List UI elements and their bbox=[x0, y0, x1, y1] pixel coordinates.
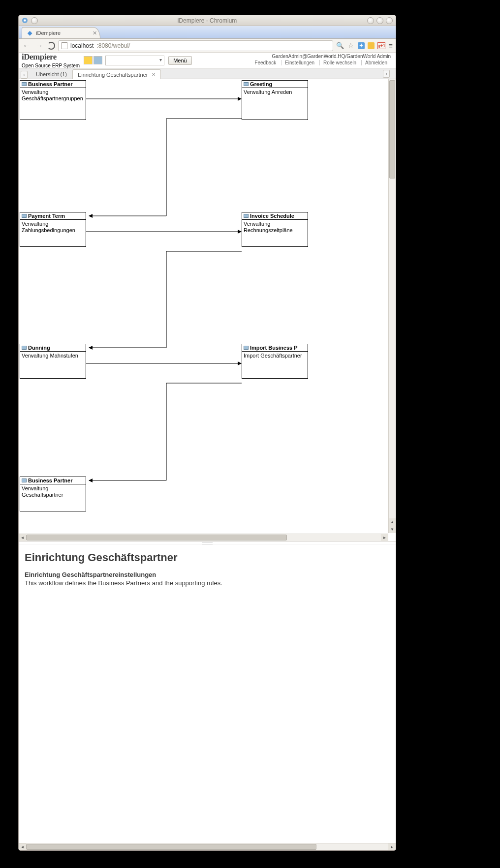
window-titlebar: iDempiere - Chromium bbox=[19, 15, 396, 26]
tab-current[interactable]: Einrichtung Geschäftspartner ✕ bbox=[72, 69, 161, 79]
node-title: Import Business P bbox=[250, 345, 298, 351]
browser-tabstrip: ◆ iDempiere ✕ bbox=[19, 26, 396, 39]
bookmark-star-icon[interactable]: ☆ bbox=[347, 42, 355, 50]
diagram-vertical-scrollbar[interactable]: ▲ ▼ bbox=[388, 79, 396, 533]
window-icon bbox=[244, 82, 249, 86]
extension-icon[interactable]: ✦ bbox=[358, 42, 365, 49]
back-button[interactable]: ← bbox=[22, 41, 31, 50]
forward-button[interactable]: → bbox=[34, 41, 44, 50]
app-header: iDempiere Open Source ERP System Menü Ga… bbox=[19, 53, 396, 68]
zoom-icon[interactable]: 🔍 bbox=[336, 42, 344, 50]
toolbar-icons bbox=[84, 56, 102, 64]
scroll-left-icon[interactable]: ◄ bbox=[19, 534, 26, 541]
app-logo: iDempiere Open Source ERP System bbox=[22, 52, 80, 69]
address-bar[interactable]: localhost:8080/webui/ bbox=[58, 40, 333, 51]
node-title: Invoice Schedule bbox=[250, 213, 294, 219]
switch-role-link[interactable]: Rolle wechseln bbox=[319, 60, 360, 65]
node-desc: Verwaltung Rechnungszeitpläne bbox=[242, 220, 308, 246]
node-desc: Verwaltung Zahlungsbedingungen bbox=[20, 220, 86, 246]
node-import-business-partner[interactable]: Import Business P Import Geschäftspartne… bbox=[242, 344, 308, 379]
node-title: Business Partner bbox=[28, 81, 72, 87]
scroll-right-icon[interactable]: ► bbox=[388, 843, 396, 850]
scroll-up-icon[interactable]: ▲ bbox=[389, 518, 396, 526]
url-path: :8080/webui/ bbox=[96, 42, 130, 49]
window-title: iDempiere - Chromium bbox=[19, 17, 396, 24]
detail-heading: Einrichtung Geschäftspartner bbox=[25, 551, 390, 564]
favicon-icon: ◆ bbox=[26, 30, 33, 36]
node-business-partner-group[interactable]: Business Partner Verwaltung Geschäftspar… bbox=[20, 80, 86, 120]
expand-right-icon[interactable]: ‹ bbox=[383, 70, 390, 78]
gplus-extension-icon[interactable]: g+1 bbox=[377, 42, 385, 49]
workflow-diagram: Business Partner Verwaltung Geschäftspar… bbox=[19, 79, 396, 541]
tab-close-icon[interactable]: ✕ bbox=[152, 72, 156, 77]
node-desc: Verwaltung Geschäftspartnergruppen bbox=[20, 88, 86, 120]
scrollbar-thumb[interactable] bbox=[389, 80, 395, 179]
window-icon bbox=[22, 214, 27, 218]
browser-menu-icon[interactable]: ≡ bbox=[388, 41, 393, 50]
page-icon bbox=[62, 42, 67, 49]
tab-current-label: Einrichtung Geschäftspartner bbox=[78, 72, 148, 78]
url-host: localhost bbox=[70, 42, 94, 49]
diagram-canvas[interactable]: Business Partner Verwaltung Geschäftspar… bbox=[19, 79, 378, 532]
feedback-link[interactable]: Feedback bbox=[251, 60, 280, 65]
tab-overview[interactable]: Übersicht (1) bbox=[31, 69, 72, 79]
logout-link[interactable]: Abmelden bbox=[361, 60, 391, 65]
global-search-combo[interactable] bbox=[105, 56, 164, 65]
browser-toolbar: ← → localhost:8080/webui/ 🔍 ☆ ✦ g+1 ≡ bbox=[19, 39, 396, 53]
node-title: Business Partner bbox=[28, 478, 72, 483]
node-title: Dunning bbox=[28, 345, 50, 351]
diagram-horizontal-scrollbar[interactable]: ◄ ► bbox=[19, 534, 388, 541]
tab-close-icon[interactable]: ✕ bbox=[93, 30, 97, 36]
scroll-right-icon[interactable]: ► bbox=[381, 534, 388, 541]
window-icon bbox=[22, 479, 27, 482]
toolbar-open-icon[interactable] bbox=[94, 56, 102, 64]
settings-link[interactable]: Einstellungen bbox=[281, 60, 318, 65]
node-desc: Import Geschäftspartner bbox=[242, 352, 308, 378]
app-body: › Übersicht (1) Einrichtung Geschäftspar… bbox=[19, 68, 396, 850]
node-invoice-schedule[interactable]: Invoice Schedule Verwaltung Rechnungszei… bbox=[242, 212, 308, 247]
app-logo-sub: Open Source ERP System bbox=[22, 63, 80, 68]
node-dunning[interactable]: Dunning Verwaltung Mahnstufen bbox=[20, 344, 86, 379]
node-payment-term[interactable]: Payment Term Verwaltung Zahlungsbedingun… bbox=[20, 212, 86, 247]
toolbar-new-icon[interactable] bbox=[84, 56, 93, 64]
reload-button[interactable] bbox=[47, 42, 55, 50]
user-info: GardenAdmin@GardenWorld.HQ/GardenWorld A… bbox=[251, 54, 391, 65]
detail-pane: Einrichtung Geschäftspartner Einrichtung… bbox=[19, 544, 396, 850]
window-icon bbox=[244, 214, 249, 218]
expand-left-icon[interactable]: › bbox=[21, 71, 28, 79]
node-title: Greeting bbox=[250, 81, 272, 87]
node-desc: Verwaltung Geschäftspartner bbox=[20, 484, 86, 511]
scroll-down-icon[interactable]: ▼ bbox=[389, 526, 396, 533]
diagram-connectors bbox=[19, 79, 378, 532]
scrollbar-thumb[interactable] bbox=[26, 535, 287, 540]
window-icon bbox=[22, 346, 27, 350]
window-icon bbox=[22, 82, 27, 86]
node-title: Payment Term bbox=[28, 213, 65, 219]
node-desc: Verwaltung Mahnstufen bbox=[20, 352, 86, 378]
app-tabs: › Übersicht (1) Einrichtung Geschäftspar… bbox=[19, 68, 396, 79]
user-context: GardenAdmin@GardenWorld.HQ/GardenWorld A… bbox=[251, 54, 391, 59]
node-greeting[interactable]: Greeting Verwaltung Anreden bbox=[242, 80, 308, 120]
header-links: Feedback Einstellungen Rolle wechseln Ab… bbox=[251, 60, 391, 65]
window-icon bbox=[244, 346, 249, 350]
detail-subtitle: Einrichtung Geschäftspartnereinstellunge… bbox=[25, 571, 390, 578]
node-desc: Verwaltung Anreden bbox=[242, 88, 308, 120]
browser-tab[interactable]: ◆ iDempiere ✕ bbox=[22, 27, 100, 38]
detail-description: This workflow defines the Business Partn… bbox=[25, 579, 390, 587]
tab-overview-label: Übersicht (1) bbox=[36, 71, 67, 77]
scroll-left-icon[interactable]: ◄ bbox=[19, 843, 26, 850]
browser-tab-label: iDempiere bbox=[36, 30, 61, 36]
chromium-window: iDempiere - Chromium ◆ iDempiere ✕ ← → l… bbox=[18, 15, 396, 851]
detail-horizontal-scrollbar[interactable]: ◄ ► bbox=[19, 843, 396, 850]
scrollbar-thumb[interactable] bbox=[26, 844, 316, 850]
menu-button[interactable]: Menü bbox=[168, 56, 192, 65]
node-business-partner[interactable]: Business Partner Verwaltung Geschäftspar… bbox=[20, 477, 86, 511]
extension2-icon[interactable] bbox=[368, 42, 375, 49]
